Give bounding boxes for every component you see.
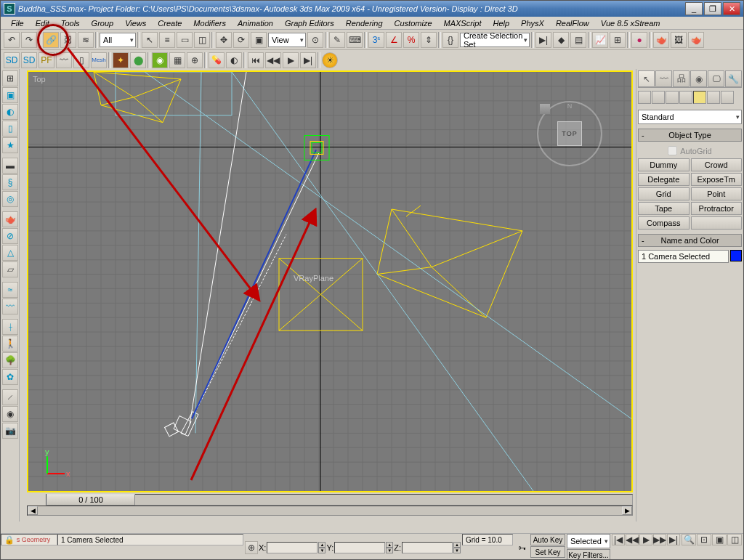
camera-icon-left[interactable]: 📷 [2,423,18,439]
object-name-field[interactable]: 1 Camera Selected [638,250,729,263]
select-and-link-button[interactable]: 🔗 [43,32,59,48]
helix-icon[interactable]: § [2,174,18,190]
star-icon[interactable]: ★ [2,137,18,153]
hierarchy-tab[interactable]: 品 [673,70,690,87]
object-color-swatch[interactable] [730,250,742,261]
ref-coord-combo[interactable]: View [268,33,306,47]
absolute-mode-icon[interactable]: ⊕ [245,541,258,554]
prev-frame-button[interactable]: ◀◀ [265,52,281,68]
menu-realflow[interactable]: RealFlow [550,17,595,29]
viewcube-home-icon[interactable] [540,104,550,114]
angle-snap-button[interactable]: ∠ [386,32,402,48]
nvidia-button[interactable]: ◉ [152,52,168,68]
align-button[interactable]: ◆ [553,32,569,48]
menu-group[interactable]: Group [86,17,120,29]
key-selected-combo[interactable]: Selected [567,534,610,548]
next-key-playback[interactable]: ▶▶ [653,534,666,545]
dynamics-button[interactable]: ⊕ [187,52,203,68]
bind-spacewarp-button[interactable]: ≋ [78,32,94,48]
object-type-rollout[interactable]: -Object Type [638,129,742,142]
menu-views[interactable]: Views [119,17,152,29]
protractor-button[interactable]: Protractor [691,202,743,215]
layers-button[interactable]: ▤ [570,32,586,48]
rotate-button[interactable]: ⟳ [233,32,249,48]
time-slider[interactable]: 0 / 100 [46,494,633,506]
zoom-extents-all-icon[interactable]: ◫ [727,534,742,545]
key-filters-button[interactable]: Key Filters... [567,549,610,560]
select-by-name-button[interactable]: ≡ [159,32,175,48]
time-slider-thumb[interactable]: 0 / 100 [46,494,135,506]
x-coord-input[interactable] [267,542,318,553]
select-arrow-button[interactable]: ↖ [142,32,158,48]
viewport-horizontal-scrollbar[interactable]: ◀ ▶ [27,506,633,516]
menu-maxscript[interactable]: MAXScript [438,17,488,29]
key-icon[interactable]: 🗝 [514,534,529,560]
modify-tab[interactable]: 〰 [655,70,672,87]
menu-physx[interactable]: PhysX [515,17,550,29]
quick-render-button[interactable]: 🫖 [688,32,704,48]
foliage-icon[interactable]: ✿ [2,369,18,385]
unlink-button[interactable]: ⛓ [60,32,76,48]
display-tab[interactable]: 🖵 [708,70,724,87]
menu-modifiers[interactable]: Modifiers [187,17,232,29]
create-tab[interactable]: ↖ [638,70,655,87]
systems-subtab[interactable] [721,91,734,104]
menu-customize[interactable]: Customize [389,17,438,29]
menu-vue[interactable]: Vue 8.5 xStream [595,17,666,29]
name-color-rollout[interactable]: -Name and Color [638,234,742,247]
shell-button[interactable]: ▯ [73,52,89,68]
utilities-tab[interactable]: 🔧 [725,70,742,87]
window-crossing-button[interactable]: ◫ [194,32,210,48]
tube-icon[interactable]: ⊘ [2,228,18,244]
physx-button[interactable]: ⬤ [130,52,146,68]
play-playback[interactable]: ▶ [639,534,652,545]
light-icon[interactable]: ⟋ [2,389,18,405]
biped-icon[interactable]: 🚶 [2,336,18,352]
box-icon[interactable]: ▣ [2,87,18,103]
rendered-frame-button[interactable]: 🖼 [671,32,687,48]
plane-icon[interactable]: ▱ [2,261,18,277]
geometry-subtab[interactable] [638,91,651,104]
keyboard-shortcut-button[interactable]: ⌨ [347,32,363,48]
goto-end-playback[interactable]: ▶| [667,534,680,545]
exposetm-button[interactable]: ExposeTm [691,173,743,186]
setkey-button[interactable]: Set Key [530,546,565,558]
pill-button[interactable]: 💊 [209,52,225,68]
schematic-view-button[interactable]: ⊞ [610,32,626,48]
menu-file[interactable]: File [5,17,30,29]
waves-icon[interactable]: ≈ [2,282,18,298]
menu-rendering[interactable]: Rendering [340,17,389,29]
y-spinner[interactable]: ▲▼ [386,542,393,553]
menu-create[interactable]: Create [152,17,187,29]
torus-icon[interactable]: ◎ [2,191,18,207]
cameras-subtab[interactable] [679,91,692,104]
play-button-tb[interactable]: ▶ [283,52,299,68]
snap-toggle-button[interactable]: 3ˢ [368,32,384,48]
cylinder-icon[interactable]: ▯ [2,121,18,137]
goto-start-playback[interactable]: |◀ [612,534,625,545]
menu-edit[interactable]: Edit [30,17,55,29]
menu-help[interactable]: Help [487,17,515,29]
teapot-icon[interactable]: 🫖 [2,211,18,227]
selection-filter-combo[interactable]: All [100,33,136,47]
close-button[interactable]: ✕ [723,2,740,15]
mesh-button[interactable]: Mesh [91,52,107,68]
maximize-button[interactable]: ❐ [704,2,721,15]
grid-button[interactable]: Grid [638,187,690,200]
poly-icon[interactable]: ▬ [2,158,18,174]
crowd-button[interactable]: Crowd [691,158,743,171]
pf-button[interactable]: PF [39,52,54,68]
undo-button[interactable]: ↶ [4,32,20,48]
sphere-icon[interactable]: ◐ [2,104,18,120]
zoom-all-icon[interactable]: ⊡ [697,534,711,545]
spacewarps-subtab[interactable] [707,91,720,104]
manipulate-button[interactable]: ✎ [329,32,345,48]
named-selection-button[interactable]: {} [442,32,458,48]
spinner-snap-button[interactable]: ⇕ [421,32,437,48]
menu-tools[interactable]: Tools [55,17,86,29]
compass-button[interactable]: Compass [638,216,690,230]
tape-button[interactable]: Tape [638,202,690,215]
spline-button[interactable]: 〰 [56,52,72,68]
cone-icon[interactable]: △ [2,245,18,261]
sd-button-2[interactable]: SD [21,52,37,68]
